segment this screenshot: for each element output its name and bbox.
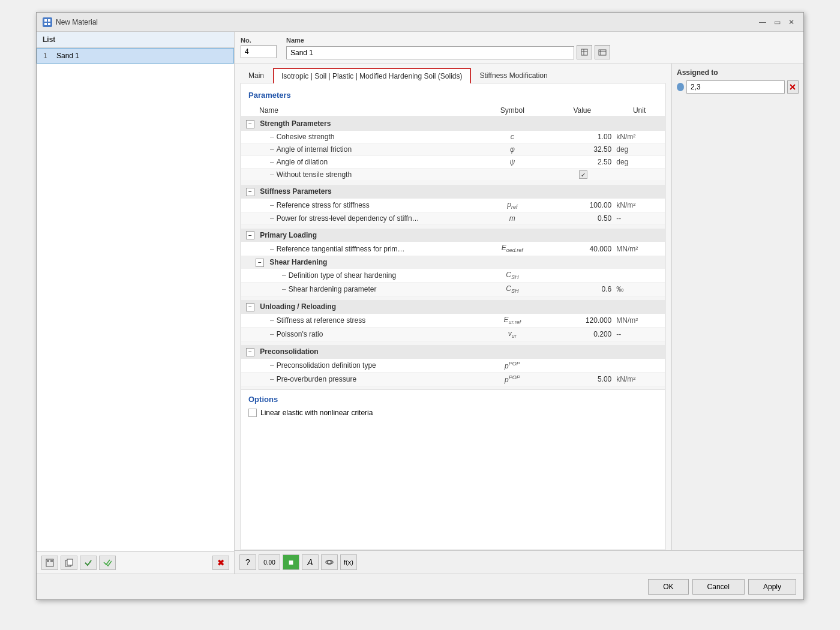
param-unit: -- (614, 328, 665, 341)
list-item[interactable]: 1 Sand 1 (37, 48, 234, 64)
param-checkbox[interactable]: ✓ (550, 168, 614, 181)
collapse-stiffness-btn[interactable]: − (246, 188, 254, 196)
check1-button[interactable] (80, 556, 97, 570)
params-header: Parameters (241, 88, 665, 104)
name-label: Name (286, 37, 610, 44)
svg-rect-9 (581, 49, 587, 55)
minimize-button[interactable]: — (757, 16, 769, 28)
param-value[interactable]: 32.50 (550, 143, 614, 155)
param-unit: kN/m² (614, 199, 665, 212)
param-value[interactable]: 0.50 (550, 212, 614, 225)
param-value[interactable]: 40.000 (550, 242, 614, 256)
text-style-button[interactable]: A (302, 554, 319, 570)
param-symbol: pref (474, 199, 550, 212)
right-panel: Assigned to (671, 64, 803, 550)
col-header-value: Value (550, 104, 614, 117)
param-unit: deg (614, 143, 665, 155)
tabs-row: Main Isotropic | Soil | Plastic | Modifi… (241, 67, 665, 83)
param-value[interactable]: 120.000 (550, 314, 614, 328)
svg-rect-5 (47, 560, 49, 562)
ok-button[interactable]: OK (648, 579, 688, 595)
list-header: List (37, 32, 234, 48)
linear-elastic-checkbox[interactable] (248, 409, 257, 417)
window-title: New Material (56, 18, 98, 26)
group-unloading-label: Unloading / Reloading (260, 302, 336, 311)
param-unit (614, 359, 665, 373)
param-value[interactable] (550, 359, 614, 373)
maximize-button[interactable]: ▭ (771, 16, 783, 28)
param-symbol: m (474, 212, 550, 225)
param-symbol: pPOP (474, 372, 550, 386)
collapse-strength-btn[interactable]: − (246, 120, 254, 128)
param-name: –Stiffness at reference stress (241, 314, 474, 328)
tab-main[interactable]: Main (241, 68, 272, 83)
param-unit: deg (614, 155, 665, 168)
apply-button[interactable]: Apply (748, 579, 796, 595)
list-footer: ✖ (37, 551, 234, 574)
collapse-primary-btn[interactable]: − (246, 231, 254, 239)
collapse-shear-btn[interactable]: − (256, 259, 264, 267)
table-row: –Pre-overburden pressure pPOP 5.00 kN/m² (241, 372, 665, 386)
col-header-symbol: Symbol (474, 104, 550, 117)
param-value[interactable]: 0.200 (550, 328, 614, 341)
dialog-footer: OK Cancel Apply (37, 574, 803, 599)
param-symbol: Eur.ref (474, 314, 550, 328)
param-name: –Preconsolidation definition type (241, 359, 474, 373)
param-unit: -- (614, 212, 665, 225)
group-stiffness: − Stiffness Parameters (241, 185, 665, 199)
param-name: –Power for stress-level dependency of st… (241, 212, 474, 225)
cancel-button[interactable]: Cancel (692, 579, 745, 595)
group-precons-label: Preconsolidation (260, 347, 318, 356)
copy-material-button[interactable] (61, 556, 77, 570)
table-row: –Stiffness at reference stress Eur.ref 1… (241, 314, 665, 328)
param-name: –Shear hardening parameter (241, 282, 474, 296)
formula-button[interactable]: f(x) (340, 554, 357, 570)
param-unit: MN/m² (614, 314, 665, 328)
item-name: Sand 1 (56, 52, 79, 60)
svg-point-18 (326, 560, 333, 564)
tab-stiffness-mod[interactable]: Stiffness Modification (472, 68, 556, 83)
group-strength-label: Strength Parameters (260, 119, 331, 128)
collapse-unloading-btn[interactable]: − (246, 303, 254, 311)
param-value[interactable]: 2.50 (550, 155, 614, 168)
group-preconsolidation: − Preconsolidation (241, 345, 665, 359)
svg-rect-6 (50, 560, 53, 562)
add-material-button[interactable] (41, 556, 58, 570)
param-name: –Angle of dilation (241, 155, 474, 168)
precision-button[interactable]: 0.00 (259, 554, 280, 570)
tensile-checkbox[interactable]: ✓ (579, 170, 587, 179)
no-input[interactable] (241, 45, 277, 58)
subgroup-shear-label: Shear Hardening (269, 258, 327, 266)
param-symbol: CSH (474, 282, 550, 296)
delete-material-button[interactable]: ✖ (212, 556, 229, 570)
param-name: –Reference tangential stiffness for prim… (241, 242, 474, 256)
param-value[interactable]: 100.00 (550, 199, 614, 212)
edit-name-button[interactable] (577, 45, 592, 59)
table-row: –Reference stress for stiffness pref 100… (241, 199, 665, 212)
param-value[interactable]: 0.6 (550, 282, 614, 296)
param-symbol: Eoed.ref (474, 242, 550, 256)
table-row: –Power for stress-level dependency of st… (241, 212, 665, 225)
tab-isotropic[interactable]: Isotropic | Soil | Plastic | Modified Ha… (273, 68, 470, 83)
table-row: –Poisson's ratio vur 0.200 -- (241, 328, 665, 341)
color-button[interactable]: ■ (283, 554, 299, 570)
param-value[interactable]: 5.00 (550, 372, 614, 386)
svg-rect-1 (48, 19, 50, 22)
name-input[interactable] (286, 46, 574, 59)
help-button[interactable]: ? (239, 554, 256, 570)
param-symbol: φ (474, 143, 550, 155)
material-list: 1 Sand 1 (37, 48, 234, 551)
assigned-input[interactable] (686, 80, 785, 94)
assigned-header: Assigned to (677, 68, 799, 77)
param-name: –Without tensile strength (241, 168, 474, 181)
param-value[interactable] (550, 269, 614, 283)
collapse-precons-btn[interactable]: − (246, 348, 254, 356)
subgroup-shear-hardening: − Shear Hardening (241, 256, 665, 268)
view-button[interactable] (321, 554, 338, 570)
param-name: –Pre-overburden pressure (241, 372, 474, 386)
material-library-button[interactable] (595, 45, 610, 59)
check2-button[interactable] (99, 556, 116, 570)
param-value[interactable]: 1.00 (550, 131, 614, 143)
assigned-clear-button[interactable] (787, 80, 799, 94)
close-button[interactable]: ✕ (785, 16, 797, 28)
